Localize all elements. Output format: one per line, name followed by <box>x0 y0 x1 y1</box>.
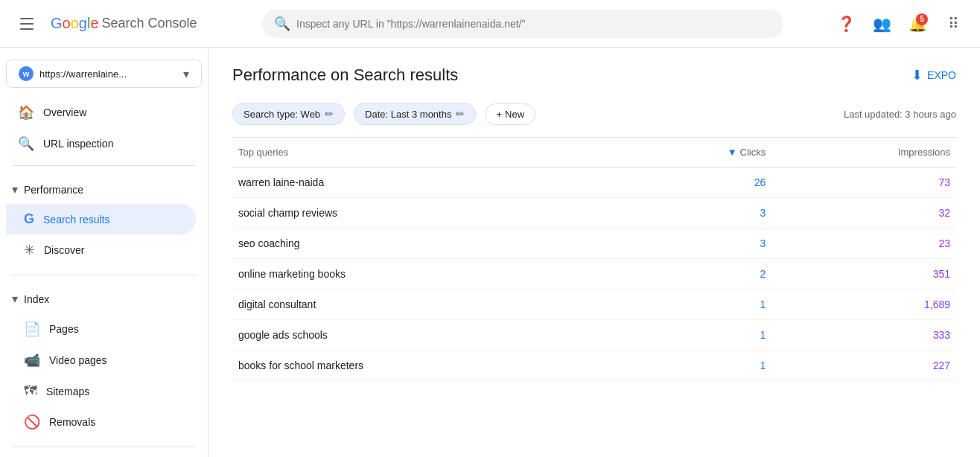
index-section-header[interactable]: ▾ Index <box>0 284 208 313</box>
impressions-cell: 351 <box>771 259 956 290</box>
sidebar-item-url-inspection[interactable]: 🔍 URL inspection <box>0 128 196 159</box>
index-collapse-icon: ▾ <box>12 292 18 306</box>
query-cell: google ads schools <box>232 320 627 351</box>
export-button[interactable]: ⬇ EXPO <box>911 67 956 83</box>
table-row: digital consultant 1 1,689 <box>232 290 956 320</box>
clicks-cell: 3 <box>627 198 771 228</box>
performance-children: G Search results ✳ Discover <box>0 204 208 266</box>
export-label: EXPO <box>927 69 956 81</box>
date-filter-label: Date: Last 3 months <box>365 109 451 120</box>
index-section-label: Index <box>24 293 49 305</box>
sitemaps-label: Sitemaps <box>46 386 89 397</box>
date-filter[interactable]: Date: Last 3 months ✏ <box>354 103 476 125</box>
index-section: ▾ Index 📄 Pages 📹 Video pages 🗺 Sitemaps… <box>0 281 208 441</box>
removals-label: Removals <box>49 416 95 428</box>
main-content: Performance on Search results ⬇ EXPO Sea… <box>209 48 980 457</box>
help-icon: ❓ <box>837 15 856 33</box>
logo-product-name: Search Console <box>102 16 197 31</box>
col-query: Top queries <box>232 138 627 167</box>
plus-icon: + <box>496 109 502 120</box>
video-pages-icon: 📹 <box>24 352 40 368</box>
new-filter-label: New <box>505 109 524 120</box>
last-updated-text: Last updated: 3 hours ago <box>844 109 956 120</box>
sidebar-item-discover[interactable]: ✳ Discover <box>6 234 196 266</box>
sidebar-divider-3 <box>12 447 196 447</box>
sidebar-item-overview-label: Overview <box>43 106 86 118</box>
new-filter-button[interactable]: + New <box>485 103 535 125</box>
impressions-cell: 73 <box>771 167 956 198</box>
help-button[interactable]: ❓ <box>831 9 861 39</box>
table-header-row: Top queries ▼ Clicks Impressions <box>232 138 956 167</box>
sidebar-item-removals[interactable]: 🚫 Removals <box>6 406 196 438</box>
index-children: 📄 Pages 📹 Video pages 🗺 Sitemaps 🚫 Remov… <box>0 313 208 438</box>
date-edit-icon: ✏ <box>456 108 465 120</box>
topbar-left: Google Search Console <box>12 9 250 39</box>
table-row: social champ reviews 3 32 <box>232 198 956 228</box>
notifications-button[interactable]: 🔔 5 <box>903 9 932 39</box>
sidebar-item-overview[interactable]: 🏠 Overview <box>0 97 196 128</box>
clicks-cell: 1 <box>627 290 771 320</box>
url-search-bar[interactable]: 🔍 <box>262 10 783 38</box>
hamburger-menu[interactable] <box>12 9 42 39</box>
query-cell: online marketing books <box>232 259 627 290</box>
pages-label: Pages <box>49 323 79 335</box>
clicks-cell: 2 <box>627 259 771 290</box>
filters-row: Search type: Web ✏ Date: Last 3 months ✏… <box>232 103 956 125</box>
discover-icon: ✳ <box>24 242 35 258</box>
site-favicon: w <box>19 66 34 81</box>
performance-section-header[interactable]: ▾ Performance <box>0 175 208 204</box>
apps-icon: ⠿ <box>948 15 959 33</box>
search-type-filter[interactable]: Search type: Web ✏ <box>232 103 345 125</box>
users-icon: 👥 <box>873 15 891 33</box>
table-row: google ads schools 1 333 <box>232 320 956 351</box>
removals-icon: 🚫 <box>24 414 40 430</box>
sidebar-item-search-results[interactable]: G Search results <box>6 204 196 234</box>
clicks-cell: 1 <box>627 351 771 381</box>
impressions-cell: 333 <box>771 320 956 351</box>
collapse-icon: ▾ <box>12 182 18 196</box>
sitemaps-icon: 🗺 <box>24 383 37 399</box>
clicks-cell: 1 <box>627 320 771 351</box>
experience-section: ▾ Experience <box>0 453 208 457</box>
sidebar-divider-2 <box>12 275 196 275</box>
sidebar-item-sitemaps[interactable]: 🗺 Sitemaps <box>6 376 196 406</box>
table-row: online marketing books 2 351 <box>232 259 956 290</box>
notification-badge: 5 <box>916 13 928 25</box>
discover-label: Discover <box>44 244 84 256</box>
performance-section: ▾ Performance G Search results ✳ Discove… <box>0 172 208 269</box>
performance-section-label: Performance <box>24 184 83 196</box>
impressions-cell: 1,689 <box>771 290 956 320</box>
topbar: Google Search Console 🔍 ❓ 👥 🔔 5 ⠿ <box>0 0 980 48</box>
sort-down-icon: ▼ <box>728 147 737 158</box>
google-g-icon: G <box>24 211 34 227</box>
table-body: warren laine-naida 26 73 social champ re… <box>232 167 956 381</box>
table-row: warren laine-naida 26 73 <box>232 167 956 198</box>
table-row: books for school marketers 1 227 <box>232 351 956 381</box>
impressions-cell: 227 <box>771 351 956 381</box>
search-results-label: Search results <box>43 214 109 226</box>
apps-button[interactable]: ⠿ <box>938 9 968 39</box>
sidebar-item-video-pages[interactable]: 📹 Video pages <box>6 345 196 376</box>
query-cell: warren laine-naida <box>232 167 627 198</box>
sidebar-item-pages[interactable]: 📄 Pages <box>6 313 196 345</box>
page-header: Performance on Search results ⬇ EXPO <box>232 65 956 85</box>
impressions-cell: 32 <box>771 198 956 228</box>
url-search-input[interactable] <box>296 18 771 30</box>
site-url: https://warrenlaine... <box>39 68 177 80</box>
query-cell: digital consultant <box>232 290 627 320</box>
users-button[interactable]: 👥 <box>867 9 897 39</box>
page-title: Performance on Search results <box>232 65 458 85</box>
search-type-label: Search type: Web <box>244 109 320 120</box>
impressions-cell: 23 <box>771 228 956 259</box>
sidebar-divider-1 <box>12 165 196 166</box>
col-clicks: ▼ Clicks <box>627 138 771 167</box>
clicks-cell: 26 <box>627 167 771 198</box>
hamburger-icon <box>14 12 39 36</box>
site-selector[interactable]: w https://warrenlaine... ▾ <box>6 60 202 88</box>
logo-google-text: Google <box>51 15 99 32</box>
video-pages-label: Video pages <box>49 354 107 366</box>
table-row: seo coaching 3 23 <box>232 228 956 259</box>
topbar-actions: ❓ 👥 🔔 5 ⠿ <box>831 9 968 39</box>
query-cell: social champ reviews <box>232 198 627 228</box>
search-icon: 🔍 <box>274 16 290 32</box>
